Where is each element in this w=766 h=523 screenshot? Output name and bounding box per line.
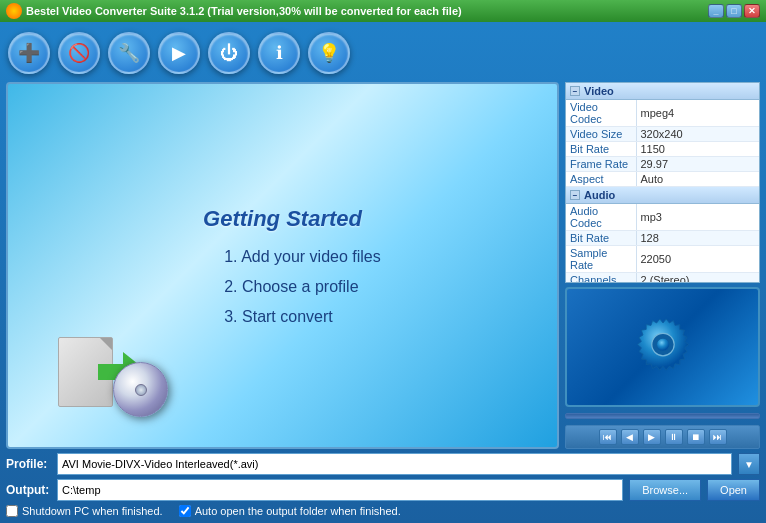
close-button[interactable]: ✕ (744, 4, 760, 18)
audio-section-label: Audio (584, 189, 615, 201)
field-label: Bit Rate (566, 231, 636, 246)
table-row: Aspect Auto (566, 172, 759, 187)
title-bar: Bestel Video Converter Suite 3.1.2 (Tria… (0, 0, 766, 22)
shutdown-option: Shutdown PC when finished. (6, 505, 163, 517)
maximize-button[interactable]: □ (726, 4, 742, 18)
help-icon: 💡 (318, 42, 340, 64)
gear-icon (623, 307, 703, 387)
field-value: mp3 (636, 204, 759, 231)
audio-section-header: − Audio (566, 187, 759, 204)
profile-label: Profile: (6, 457, 51, 471)
auto-open-checkbox[interactable] (179, 505, 191, 517)
field-label: Sample Rate (566, 246, 636, 273)
minimize-button[interactable]: _ (708, 4, 724, 18)
step-2: 2. Choose a profile (224, 278, 381, 296)
field-label: Video Size (566, 127, 636, 142)
next-button[interactable]: ⏭ (709, 429, 727, 445)
right-panel: − Video Video Codec mpeg4 Video Size 320… (565, 82, 760, 449)
shutdown-checkbox[interactable] (6, 505, 18, 517)
output-input[interactable] (57, 479, 623, 501)
stop-button[interactable]: 🚫 (58, 32, 100, 74)
open-button[interactable]: Open (707, 479, 760, 501)
field-value: 128 (636, 231, 759, 246)
stop-pb-button[interactable]: ⏹ (687, 429, 705, 445)
help-button[interactable]: 💡 (308, 32, 350, 74)
output-label: Output: (6, 483, 51, 497)
options-row: Shutdown PC when finished. Auto open the… (6, 505, 760, 517)
field-label: Video Codec (566, 100, 636, 127)
field-label: Frame Rate (566, 157, 636, 172)
add-button[interactable]: ➕ (8, 32, 50, 74)
field-value: mpeg4 (636, 100, 759, 127)
rewind-button[interactable]: ◀ (621, 429, 639, 445)
table-row: Audio Codec mp3 (566, 204, 759, 231)
table-row: Frame Rate 29.97 (566, 157, 759, 172)
preview-inner: Getting Started 1. Add your video files … (8, 84, 557, 447)
video-info-table: Video Codec mpeg4 Video Size 320x240 Bit… (566, 100, 759, 187)
add-icon: ➕ (18, 42, 40, 64)
field-value: 29.97 (636, 157, 759, 172)
video-section-label: Video (584, 85, 614, 97)
main-area: ➕ 🚫 🔧 ▶ ⏻ ℹ 💡 Getting Started (0, 22, 766, 523)
table-row: Bit Rate 128 (566, 231, 759, 246)
profile-select[interactable]: AVI Movie-DIVX-Video Interleaved(*.avi) (57, 453, 732, 475)
video-section-header: − Video (566, 83, 759, 100)
field-label: Aspect (566, 172, 636, 187)
field-label: Bit Rate (566, 142, 636, 157)
disk-area (58, 337, 178, 427)
steps-list: 1. Add your video files 2. Choose a prof… (224, 248, 381, 326)
field-value: 22050 (636, 246, 759, 273)
step-3: 3. Start convert (224, 308, 381, 326)
power-icon: ⏻ (220, 43, 238, 64)
info-icon: ℹ (276, 42, 283, 64)
field-value: 1150 (636, 142, 759, 157)
left-panel: Getting Started 1. Add your video files … (6, 82, 559, 449)
table-row: Bit Rate 1150 (566, 142, 759, 157)
prev-button[interactable]: ⏮ (599, 429, 617, 445)
window-controls: _ □ ✕ (708, 4, 760, 18)
pause-button[interactable]: ⏸ (665, 429, 683, 445)
table-row: Video Codec mpeg4 (566, 100, 759, 127)
app-icon (6, 3, 22, 19)
playback-controls: ⏮ ◀ ▶ ⏸ ⏹ ⏭ (565, 425, 760, 449)
table-row: Video Size 320x240 (566, 127, 759, 142)
browse-button[interactable]: Browse... (629, 479, 701, 501)
play-button[interactable]: ▶ (158, 32, 200, 74)
stop-icon: 🚫 (68, 42, 90, 64)
field-label: Audio Codec (566, 204, 636, 231)
info-panel: − Video Video Codec mpeg4 Video Size 320… (565, 82, 760, 283)
table-row: Channels 2 (Stereo) (566, 273, 759, 284)
auto-open-option: Auto open the output folder when finishe… (179, 505, 401, 517)
progress-bar (565, 413, 760, 419)
toolbar: ➕ 🚫 🔧 ▶ ⏻ ℹ 💡 (6, 28, 760, 78)
profile-row: Profile: AVI Movie-DIVX-Video Interleave… (6, 453, 760, 475)
power-button[interactable]: ⏻ (208, 32, 250, 74)
field-value: 2 (Stereo) (636, 273, 759, 284)
disk-icon (113, 362, 168, 417)
settings-icon: 🔧 (118, 42, 140, 64)
getting-started-title: Getting Started (203, 206, 362, 232)
audio-collapse-button[interactable]: − (570, 190, 580, 200)
shutdown-label: Shutdown PC when finished. (22, 505, 163, 517)
play-pause-button[interactable]: ▶ (643, 429, 661, 445)
profile-dropdown-arrow[interactable]: ▼ (738, 453, 760, 475)
thumbnail-panel (565, 287, 760, 407)
field-value: Auto (636, 172, 759, 187)
bottom-controls: Profile: AVI Movie-DIVX-Video Interleave… (6, 453, 760, 517)
field-value: 320x240 (636, 127, 759, 142)
audio-info-table: Audio Codec mp3 Bit Rate 128 Sample Rate… (566, 204, 759, 283)
settings-button[interactable]: 🔧 (108, 32, 150, 74)
svg-point-1 (656, 338, 669, 351)
content-area: Getting Started 1. Add your video files … (6, 82, 760, 449)
preview-area: Getting Started 1. Add your video files … (6, 82, 559, 449)
step-1: 1. Add your video files (224, 248, 381, 266)
output-row: Output: Browse... Open (6, 479, 760, 501)
video-collapse-button[interactable]: − (570, 86, 580, 96)
auto-open-label: Auto open the output folder when finishe… (195, 505, 401, 517)
field-label: Channels (566, 273, 636, 284)
info-button[interactable]: ℹ (258, 32, 300, 74)
play-icon: ▶ (172, 42, 186, 64)
app-title: Bestel Video Converter Suite 3.1.2 (Tria… (26, 5, 462, 17)
table-row: Sample Rate 22050 (566, 246, 759, 273)
